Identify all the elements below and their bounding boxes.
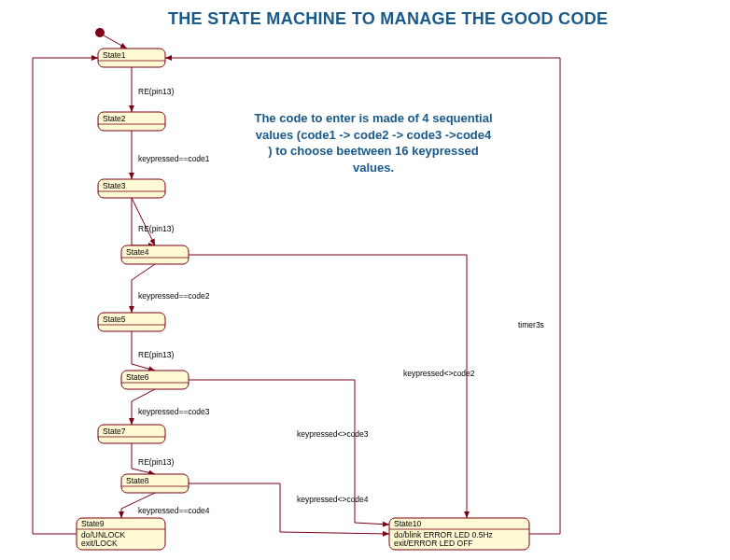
svg-text:State5: State5 — [103, 315, 126, 324]
transition-label: keypressed==code4 — [138, 506, 210, 515]
svg-text:exit/LOCK: exit/LOCK — [81, 539, 118, 548]
svg-text:State2: State2 — [103, 114, 126, 123]
svg-text:State4: State4 — [126, 247, 149, 257]
svg-text:exit/ERROR LED OFF: exit/ERROR LED OFF — [394, 539, 473, 548]
svg-text:State8: State8 — [126, 476, 149, 485]
svg-rect-15 — [121, 371, 189, 389]
transition-line — [189, 483, 389, 534]
state-node-state6: State6 — [121, 371, 189, 389]
state-node-state9: State9 do/UNLOCK exit/LOCK — [77, 518, 165, 550]
svg-rect-9 — [121, 245, 189, 264]
transition-label: RE(pin13) — [138, 457, 174, 467]
state-node-state8: State8 — [121, 474, 189, 493]
initial-node — [95, 28, 105, 37]
svg-rect-0 — [98, 49, 165, 67]
transition-label: RE(pin13) — [138, 87, 174, 96]
svg-rect-24 — [77, 518, 165, 550]
transition-label: keypressed<>code2 — [403, 369, 475, 378]
transition-label: keypressed<>code4 — [297, 495, 369, 504]
transition-label: RE(pin13) — [138, 350, 174, 359]
svg-rect-21 — [121, 474, 189, 493]
transition-label: timer3s — [518, 320, 544, 329]
state-node-state4: State4 — [121, 245, 189, 264]
transition-label: RE(pin13) — [138, 224, 174, 233]
transition-line — [189, 255, 467, 518]
svg-text:State1: State1 — [103, 50, 126, 60]
transition-label: keypressed<>code3 — [297, 429, 369, 439]
svg-text:State10: State10 — [394, 519, 422, 528]
svg-text:State6: State6 — [126, 372, 149, 382]
state-node-state3: State3 — [98, 179, 165, 198]
state-node-state2: State2 — [98, 112, 165, 131]
transition-line — [104, 35, 127, 49]
state-node-state7: State7 — [98, 425, 165, 443]
transition-label: keypressed==code1 — [138, 154, 210, 163]
svg-text:State7: State7 — [103, 427, 126, 436]
svg-rect-12 — [98, 313, 165, 331]
diagram-svg: State1 State2 State3 State4 State5 State… — [0, 0, 730, 560]
svg-rect-29 — [389, 518, 529, 550]
svg-text:do/UNLOCK: do/UNLOCK — [81, 530, 126, 539]
svg-rect-6 — [98, 179, 165, 198]
state-node-state1: State1 — [98, 49, 165, 67]
diagram-title: THE STATE MACHINE TO MANAGE THE GOOD COD… — [168, 9, 608, 29]
state-node-state5: State5 — [98, 313, 165, 331]
svg-text:State3: State3 — [103, 181, 126, 190]
transition-label: keypressed==code3 — [138, 407, 210, 416]
svg-text:State9: State9 — [81, 519, 105, 528]
transition-line — [33, 58, 98, 534]
transition-label: keypressed==code2 — [138, 291, 210, 301]
diagram-description: The code to enter is made of 4 sequentia… — [252, 110, 495, 175]
transition-line — [132, 198, 155, 245]
state-node-state10: State10 do/blink ERROR LED 0.5Hz exit/ER… — [389, 518, 529, 550]
svg-rect-3 — [98, 112, 165, 131]
svg-text:do/blink ERROR LED 0.5Hz: do/blink ERROR LED 0.5Hz — [394, 530, 493, 539]
diagram-canvas: THE STATE MACHINE TO MANAGE THE GOOD COD… — [0, 0, 730, 560]
transition-line — [132, 264, 155, 313]
svg-rect-18 — [98, 425, 165, 443]
transition-line — [132, 198, 155, 245]
